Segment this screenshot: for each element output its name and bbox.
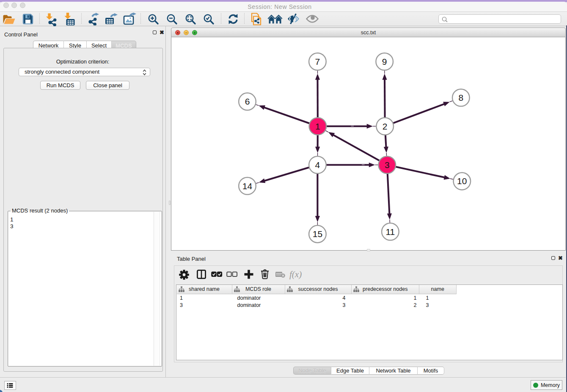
svg-text:14: 14: [242, 181, 253, 191]
svg-text:7: 7: [315, 57, 320, 66]
svg-text:3: 3: [385, 160, 390, 170]
svg-text:6: 6: [245, 97, 250, 106]
svg-text:2: 2: [383, 121, 388, 131]
svg-text:9: 9: [382, 57, 387, 66]
svg-text:8: 8: [458, 93, 463, 102]
svg-text:15: 15: [313, 229, 322, 239]
svg-text:10: 10: [457, 176, 467, 186]
svg-text:4: 4: [315, 160, 320, 170]
svg-text:1: 1: [315, 121, 320, 131]
svg-text:11: 11: [385, 227, 395, 237]
